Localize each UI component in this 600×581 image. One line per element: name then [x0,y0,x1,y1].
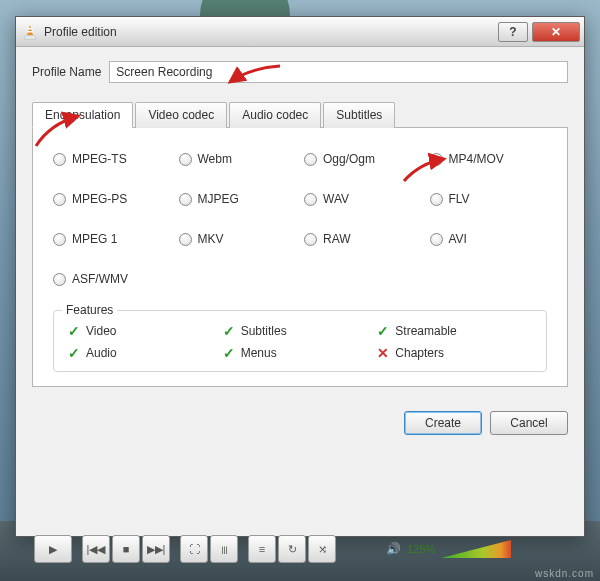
features-title: Features [62,303,117,317]
tab-video-codec[interactable]: Video codec [135,102,227,128]
prev-button[interactable]: |◀◀ [82,535,110,563]
fullscreen-button[interactable]: ⛶ [180,535,208,563]
radio-icon [179,193,192,206]
create-button[interactable]: Create [404,411,482,435]
radio-icon [430,153,443,166]
volume-text: 125% [407,543,435,555]
radio-label: AVI [449,232,467,246]
ext-settings-button[interactable]: ⫼ [210,535,238,563]
radio-mpeg-ps[interactable]: MPEG-PS [53,192,171,206]
playlist-button[interactable]: ≡ [248,535,276,563]
check-icon: ✓ [223,323,235,339]
tab-encapsulation[interactable]: Encapsulation [32,102,133,128]
radio-label: ASF/WMV [72,272,128,286]
radio-icon [53,233,66,246]
radio-icon [179,153,192,166]
radio-avi[interactable]: AVI [430,232,548,246]
shuffle-button[interactable]: ⤨ [308,535,336,563]
radio-label: MJPEG [198,192,239,206]
radio-mkv[interactable]: MKV [179,232,297,246]
radio-icon [53,153,66,166]
radio-label: Webm [198,152,232,166]
svg-rect-0 [28,28,33,30]
cancel-button[interactable]: Cancel [490,411,568,435]
stop-button[interactable]: ■ [112,535,140,563]
radio-icon [304,153,317,166]
volume-icon[interactable]: 🔊 [386,542,401,556]
check-icon: ✓ [223,345,235,361]
radio-raw[interactable]: RAW [304,232,422,246]
feature-audio: ✓Audio [68,345,223,361]
features-box: Features ✓Video✓Subtitles✓Streamable✓Aud… [53,310,547,372]
check-icon: ✓ [68,345,80,361]
radio-mpeg-1[interactable]: MPEG 1 [53,232,171,246]
feature-menus: ✓Menus [223,345,378,361]
radio-mpeg-ts[interactable]: MPEG-TS [53,152,171,166]
loop-button[interactable]: ↻ [278,535,306,563]
cross-icon: ✕ [377,345,389,361]
radio-icon [430,233,443,246]
profile-name-input[interactable] [109,61,568,83]
radio-icon [304,233,317,246]
titlebar[interactable]: Profile edition ? ✕ [16,17,584,47]
close-button[interactable]: ✕ [532,22,580,42]
radio-mjpeg[interactable]: MJPEG [179,192,297,206]
radio-icon [53,273,66,286]
radio-label: RAW [323,232,351,246]
radio-icon [53,193,66,206]
tab-audio-codec[interactable]: Audio codec [229,102,321,128]
vlc-icon [22,24,38,40]
player-controls: ▶ |◀◀ ■ ▶▶| ⛶ ⫼ ≡ ↻ ⤨ 🔊 125% [34,535,511,563]
volume-slider[interactable] [441,540,511,558]
radio-mp4-mov[interactable]: MP4/MOV [430,152,548,166]
help-button[interactable]: ? [498,22,528,42]
radio-icon [179,233,192,246]
radio-label: MPEG 1 [72,232,117,246]
radio-asf-wmv[interactable]: ASF/WMV [53,272,171,286]
encapsulation-panel: MPEG-TSWebmOgg/OgmMP4/MOVMPEG-PSMJPEGWAV… [32,128,568,387]
radio-label: MKV [198,232,224,246]
radio-label: WAV [323,192,349,206]
radio-icon [304,193,317,206]
radio-label: Ogg/Ogm [323,152,375,166]
watermark: wskdn.com [535,568,594,579]
profile-name-label: Profile Name [32,65,101,79]
radio-label: MP4/MOV [449,152,504,166]
radio-label: FLV [449,192,470,206]
radio-wav[interactable]: WAV [304,192,422,206]
radio-icon [430,193,443,206]
svg-rect-1 [27,31,33,33]
radio-webm[interactable]: Webm [179,152,297,166]
radio-label: MPEG-TS [72,152,127,166]
feature-chapters: ✕Chapters [377,345,532,361]
tab-subtitles[interactable]: Subtitles [323,102,395,128]
profile-edition-dialog: Profile edition ? ✕ Profile Name Encapsu… [15,16,585,537]
play-button[interactable]: ▶ [34,535,72,563]
window-title: Profile edition [44,25,494,39]
tabs: Encapsulation Video codec Audio codec Su… [32,101,568,128]
next-button[interactable]: ▶▶| [142,535,170,563]
check-icon: ✓ [377,323,389,339]
feature-subtitles: ✓Subtitles [223,323,378,339]
radio-label: MPEG-PS [72,192,127,206]
check-icon: ✓ [68,323,80,339]
feature-streamable: ✓Streamable [377,323,532,339]
feature-video: ✓Video [68,323,223,339]
radio-flv[interactable]: FLV [430,192,548,206]
radio-ogg-ogm[interactable]: Ogg/Ogm [304,152,422,166]
